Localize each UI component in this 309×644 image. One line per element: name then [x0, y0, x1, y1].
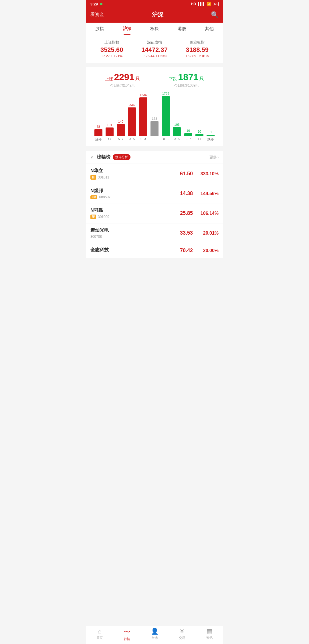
stock-item-1[interactable]: N煜邦KR68859714.38144.56%	[86, 184, 223, 203]
signal-icon: ▌▌▌	[198, 2, 205, 6]
collapse-icon[interactable]: ∨	[90, 155, 93, 159]
more-label: 更多	[209, 155, 217, 160]
rise-sub: 今日新增1042只	[105, 83, 140, 88]
bars-container: 781011403361636173173310316109	[93, 90, 216, 136]
index-change-chuangye: +62.89 +2.01%	[176, 54, 219, 58]
stock-info-4: 全志科技	[90, 247, 170, 254]
bar-rect-0	[94, 129, 102, 136]
time-label: 3:29	[90, 2, 98, 6]
divider-1	[86, 65, 223, 67]
bar-value-2: 140	[118, 120, 123, 123]
stock-info-1: N煜邦KR688597	[90, 188, 170, 199]
stock-info-2: N可靠新301009	[90, 207, 170, 219]
stock-code-1: 688597	[99, 195, 110, 199]
header-title: 沪深	[152, 11, 163, 19]
index-value-shenzhen: 14472.37	[133, 46, 176, 54]
bar-label-3: 3~5	[126, 137, 138, 142]
index-row: 上证指数 3525.60 +7.27 +0.21% 深证成指 14472.37 …	[90, 40, 219, 58]
stock-item-2[interactable]: N可靠新30100925.85106.14%	[86, 203, 223, 223]
bar-label-9: >7	[194, 137, 205, 142]
stock-change-3: 20.01%	[193, 231, 219, 236]
divider-2	[86, 148, 223, 151]
stock-tag-1: KR	[90, 195, 97, 199]
stock-item-0[interactable]: N华立新30101161.50333.10%	[86, 164, 223, 184]
stock-meta-3: 300708	[90, 235, 170, 239]
index-change-shangzheng: +7.27 +0.21%	[90, 54, 133, 58]
fall-box: 下跌 1871 只 今日减少1039只	[169, 72, 204, 88]
chevron-right-icon: ›	[217, 155, 219, 159]
gainers-more[interactable]: 更多 ›	[209, 155, 219, 160]
stock-code-0: 301011	[98, 175, 109, 179]
bar-value-9: 10	[198, 130, 201, 133]
stock-price-3: 33.53	[170, 230, 193, 236]
stock-price-2: 25.85	[170, 210, 193, 216]
tab-qita[interactable]: 其他	[196, 23, 223, 35]
stock-meta-2: 新301009	[90, 215, 170, 219]
rise-count: 2291	[114, 72, 134, 82]
index-item-chuangye[interactable]: 创业板指 3188.59 +62.89 +2.01%	[176, 40, 219, 58]
bar-label-1: >7	[104, 137, 115, 142]
index-name-chuangye: 创业板指	[176, 40, 219, 45]
fall-sub: 今日减少1039只	[169, 83, 204, 88]
stock-info-0: N华立新301011	[90, 168, 170, 180]
header: 看资金 沪深 🔍	[86, 8, 223, 23]
bar-group-1: 101	[104, 123, 115, 136]
stock-info-3: 聚灿光电300708	[90, 227, 170, 239]
bar-rect-1	[106, 127, 114, 136]
header-left-button[interactable]: 看资金	[90, 12, 104, 18]
tab-bankuai[interactable]: 板块	[141, 23, 168, 35]
index-change-shenzhen: +176.44 +1.23%	[133, 54, 176, 58]
status-bar: 3:29 HD ▌▌▌ 📶 66	[86, 0, 223, 8]
stock-item-4[interactable]: 全志科技70.4220.00%	[86, 243, 223, 258]
bar-group-8: 16	[183, 129, 194, 136]
bar-group-10: 9	[205, 130, 216, 136]
bar-value-6: 1733	[162, 92, 169, 95]
gainers-section-header: ∨ 涨幅榜 涨停分析 更多 ›	[86, 151, 223, 164]
rise-fall-row: 上涨 2291 只 今日新增1042只 下跌 1871 只 今日减少1039只	[90, 72, 219, 88]
rise-inline: 上涨 2291 只	[105, 72, 140, 83]
bar-rect-10	[207, 135, 215, 136]
stock-price-0: 61.50	[170, 171, 193, 177]
index-item-shangzheng[interactable]: 上证指数 3525.60 +7.27 +0.21%	[90, 40, 133, 58]
fall-unit: 只	[199, 76, 204, 81]
index-item-shenzhen[interactable]: 深证成指 14472.37 +176.44 +1.23%	[133, 40, 176, 58]
tab-hushen[interactable]: 沪深	[113, 23, 141, 35]
stock-name-3: 聚灿光电	[90, 227, 170, 233]
stock-price-4: 70.42	[170, 248, 193, 254]
search-icon[interactable]: 🔍	[211, 11, 219, 19]
bar-label-6: 0~3	[160, 137, 171, 142]
tab-guzhi[interactable]: 股指	[86, 23, 113, 35]
tab-ganggu[interactable]: 港股	[168, 23, 196, 35]
index-value-chuangye: 3188.59	[176, 46, 219, 54]
wifi-icon: 📶	[207, 2, 211, 6]
bar-value-1: 101	[107, 123, 112, 127]
bar-rect-5	[150, 121, 159, 136]
stock-change-0: 333.10%	[193, 171, 219, 176]
index-section: 上证指数 3525.60 +7.27 +0.21% 深证成指 14472.37 …	[86, 35, 223, 63]
stock-name-1: N煜邦	[90, 188, 170, 194]
status-right: HD ▌▌▌ 📶 66	[191, 2, 219, 6]
bar-value-4: 1636	[140, 93, 146, 97]
fall-label: 下跌	[169, 76, 177, 81]
gainers-title: 涨幅榜	[97, 154, 110, 160]
battery-indicator: 66	[213, 2, 219, 6]
index-value-shangzheng: 3525.60	[90, 46, 133, 54]
gainers-badge[interactable]: 涨停分析	[113, 154, 130, 160]
bar-value-0: 78	[97, 125, 100, 128]
fall-inline: 下跌 1871 只	[169, 72, 204, 83]
bar-rect-3	[128, 107, 136, 136]
fall-count: 1871	[178, 72, 198, 82]
stock-item-3[interactable]: 聚灿光电30070833.5320.01%	[86, 223, 223, 243]
stock-meta-1: KR688597	[90, 195, 170, 199]
stock-name-4: 全志科技	[90, 247, 170, 253]
bar-rect-4	[139, 97, 147, 136]
bar-value-10: 9	[210, 130, 211, 134]
bar-label-0: 涨停	[93, 137, 104, 142]
stock-code-2: 301009	[98, 215, 109, 219]
status-left: 3:29	[90, 2, 102, 6]
bar-rect-2	[117, 124, 125, 136]
rise-box: 上涨 2291 只 今日新增1042只	[105, 72, 140, 88]
rise-label: 上涨	[105, 76, 113, 81]
bar-group-0: 78	[93, 125, 104, 136]
stock-change-2: 106.14%	[193, 211, 219, 216]
